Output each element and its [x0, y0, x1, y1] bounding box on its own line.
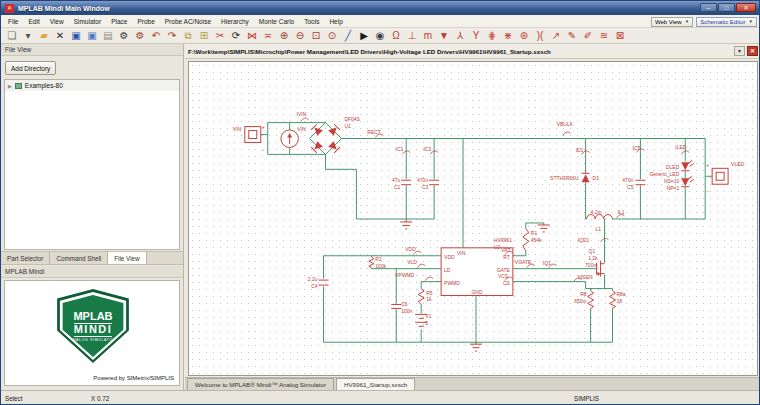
status-engine: SIMPLIS — [574, 395, 599, 402]
window-title: MPLAB Mindi Main Window — [18, 5, 110, 12]
maximize-button[interactable]: □ — [718, 3, 735, 12]
chevron-down-icon: ▼ — [685, 19, 689, 24]
zoom-out-icon[interactable]: ⊖ — [292, 28, 308, 43]
run-simulation-icon[interactable]: ▶ — [356, 28, 372, 43]
settings-gear-icon[interactable]: ⚙ — [116, 28, 132, 43]
place-inductor-icon[interactable]: m — [420, 28, 436, 43]
place-npn-icon[interactable]: ⅄ — [452, 28, 468, 43]
new-document-icon[interactable]: ❏ — [4, 28, 20, 43]
place-source-icon[interactable]: ≋ — [596, 28, 612, 43]
close-button[interactable]: ✕ — [736, 3, 756, 12]
place-bus-icon[interactable]: )( — [532, 28, 548, 43]
schematic-label: C3 — [422, 185, 429, 190]
schematic-label: 18 — [616, 299, 622, 304]
menu-tools[interactable]: Tools — [299, 18, 324, 25]
save-icon[interactable]: ▣ — [68, 28, 84, 43]
simulator-gear-icon[interactable]: ⚙ — [132, 28, 148, 43]
schematic-label: 47u — [392, 178, 401, 183]
diode-d1-icon — [582, 174, 590, 182]
paste-icon[interactable]: ⊞ — [196, 28, 212, 43]
vin-terminal[interactable] — [245, 127, 261, 143]
title-bar[interactable]: ✕ MPLAB Mindi Main Window ─ □ ✕ — [1, 1, 759, 15]
place-nmos-icon[interactable]: ⋕ — [484, 28, 500, 43]
schematic-canvas[interactable]: VIN+−IVINVINDF04SU1RECTIC1IC347uC1470nC3… — [188, 61, 758, 376]
dock-tab-command-shell[interactable]: Command Shell — [50, 252, 108, 264]
web-view-button[interactable]: Web View ▼ — [651, 17, 693, 27]
file-tree[interactable]: ▶ Examples-80 — [4, 79, 180, 250]
schematic-label: − — [262, 148, 265, 153]
zoom-area-icon[interactable]: ⊡ — [308, 28, 324, 43]
menu-place[interactable]: Place — [106, 18, 132, 25]
menu-help[interactable]: Help — [324, 18, 347, 25]
save-as-icon[interactable]: ▣ — [84, 28, 100, 43]
path-dropdown-button[interactable]: ▾ — [734, 46, 745, 56]
current-probe-icon[interactable]: ✐ — [580, 28, 596, 43]
document-tab-bar: Welcome to MPLAB® Mindi™ Analog Simulato… — [185, 377, 760, 390]
close-file-icon[interactable]: ✕ — [52, 28, 68, 43]
tree-item-examples[interactable]: ▶ Examples-80 — [5, 80, 179, 91]
document-tab[interactable]: Welcome to MPLAB® Mindi™ Analog Simulato… — [187, 378, 334, 390]
mindi-logo-panel: MPLAB MINDI ANALOG SIMULATOR Powered by … — [4, 280, 180, 386]
place-resistor-icon[interactable]: Ω — [388, 28, 404, 43]
rotate-icon[interactable]: ⟳ — [228, 28, 244, 43]
schematic-label: + — [262, 125, 265, 130]
draw-wire-icon[interactable]: ╱ — [340, 28, 356, 43]
voltage-probe-icon[interactable]: ✎ — [564, 28, 580, 43]
menu-probe-ac-noise[interactable]: Probe AC/Noise — [160, 18, 216, 25]
menu-edit[interactable]: Edit — [23, 18, 44, 25]
flip-horizontal-icon[interactable]: ⋈ — [244, 28, 260, 43]
schematic-label: R2 — [375, 257, 382, 262]
menu-hierarchy[interactable]: Hierarchy — [216, 18, 254, 25]
document-tab[interactable]: HV9961_Startup.sxsch — [336, 378, 415, 390]
zoom-fit-icon[interactable]: ⊙ — [324, 28, 340, 43]
schematic-label: U2 — [494, 245, 501, 250]
redo-icon[interactable]: ↷ — [164, 28, 180, 43]
schematic-label: 100n — [401, 309, 412, 314]
close-schematic-button[interactable]: ✕ — [747, 46, 758, 56]
schematic-label: VIN — [298, 127, 307, 132]
schematic-label: 100k — [375, 264, 386, 269]
place-pmos-icon[interactable]: ⋇ — [500, 28, 516, 43]
schematic-label: 5 — [425, 321, 428, 326]
copy-icon[interactable]: ⧉ — [180, 28, 196, 43]
menu-probe[interactable]: Probe — [132, 18, 159, 25]
schematic-label: U1 — [344, 124, 351, 129]
menu-simulator[interactable]: Simulator — [69, 18, 106, 25]
schematic-label: GND — [471, 290, 482, 295]
place-ground-icon[interactable]: ⊥ — [404, 28, 420, 43]
status-mode: Select — [5, 395, 23, 402]
schematic-path: F:\Work\temp\SIMPLIS\Microchip\Power Man… — [185, 48, 734, 55]
led-icon — [681, 162, 689, 170]
undo-icon[interactable]: ↶ — [148, 28, 164, 43]
schematic-label: C1 — [394, 185, 401, 190]
minimize-button[interactable]: ─ — [700, 3, 717, 12]
schematic-label: R5 — [426, 291, 433, 296]
open-folder-icon[interactable]: ▰ — [36, 28, 52, 43]
place-clock-icon[interactable]: ⊛ — [516, 28, 532, 43]
place-power-icon[interactable]: ⊠ — [612, 28, 628, 43]
schematic-label: ID1 — [576, 148, 584, 153]
menu-view[interactable]: View — [45, 18, 69, 25]
menu-file[interactable]: File — [3, 18, 23, 25]
schematic-label: HV9961 — [494, 238, 512, 243]
menu-bar: FileEditViewSimulatorPlaceProbeProbe AC/… — [1, 15, 759, 28]
vled-terminal[interactable] — [712, 168, 728, 184]
flip-vertical-icon[interactable]: ≍ — [260, 28, 276, 43]
zoom-in-icon[interactable]: ⊕ — [276, 28, 292, 43]
add-directory-button[interactable]: Add Directory — [5, 61, 56, 75]
menu-monte-carlo[interactable]: Monte Carlo — [254, 18, 299, 25]
probe-icon[interactable]: ↗ — [548, 28, 564, 43]
new-document-dropdown-icon[interactable]: ▾ — [20, 28, 36, 43]
cut-scissors-icon[interactable]: ✂ — [212, 28, 228, 43]
place-diode-icon[interactable]: ▼ — [436, 28, 452, 43]
dock-tab-file-view[interactable]: File View — [108, 252, 146, 264]
find-icon[interactable]: ◉ — [372, 28, 388, 43]
dock-tab-part-selector[interactable]: Part Selector — [1, 252, 50, 264]
schematic-label: NS=10 — [664, 179, 680, 184]
print-icon[interactable]: ▤ — [100, 28, 116, 43]
schematic-label: 2.2u — [308, 277, 318, 282]
editor-mode-select[interactable]: Schematic Editor ▼ — [696, 17, 757, 27]
place-pnp-icon[interactable]: Y — [468, 28, 484, 43]
schematic-label: 454k — [531, 238, 542, 243]
tree-expand-icon[interactable]: ▶ — [8, 83, 12, 89]
